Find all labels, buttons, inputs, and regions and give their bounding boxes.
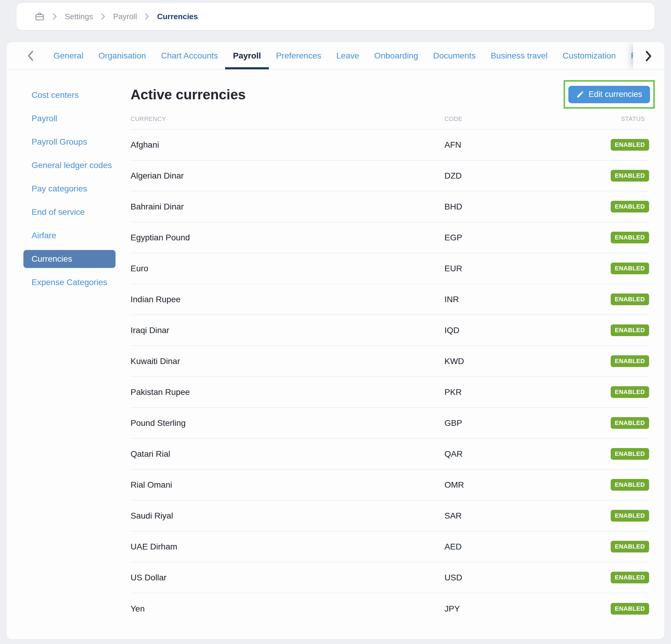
status-badge: ENABLED (611, 603, 649, 615)
code-cell: OMR (444, 480, 595, 490)
table-row: UAE Dirham AED ENABLED (130, 531, 649, 563)
pencil-icon (576, 90, 584, 98)
status-cell: ENABLED (595, 541, 649, 553)
sidebar-item-general-ledger-codes[interactable]: General ledger codes (7, 154, 122, 177)
status-cell: ENABLED (595, 448, 649, 460)
code-cell: GBP (444, 418, 595, 428)
status-cell: ENABLED (595, 293, 649, 305)
currency-cell: Afghani (130, 140, 444, 150)
tab-preferences[interactable]: Preferences (276, 42, 321, 69)
status-badge: ENABLED (611, 170, 649, 181)
status-cell: ENABLED (595, 325, 649, 336)
sidebar-item-end-of-service[interactable]: End of service (7, 201, 122, 224)
table-row: Yen JPY ENABLED (130, 593, 649, 624)
currency-cell: Qatari Rial (130, 449, 444, 459)
currency-cell: Rial Omani (130, 480, 444, 490)
currency-cell: UAE Dirham (130, 542, 444, 552)
breadcrumb-item-payroll[interactable]: Payroll (113, 12, 137, 21)
tab-general[interactable]: General (53, 42, 84, 69)
status-badge: ENABLED (611, 541, 649, 553)
status-cell: ENABLED (595, 355, 649, 367)
table-row: Kuwaiti Dinar KWD ENABLED (130, 346, 649, 377)
sidebar-item-currencies[interactable]: Currencies (23, 250, 115, 268)
table-row: Algerian Dinar DZD ENABLED (130, 161, 649, 191)
tab-leave[interactable]: Leave (337, 42, 359, 69)
table-header: CURRENCY CODE STATUS (130, 115, 649, 130)
tab-label: Leave (337, 51, 359, 61)
status-badge: ENABLED (611, 386, 649, 398)
status-badge: ENABLED (611, 325, 649, 336)
tab-payroll[interactable]: Payroll (233, 42, 261, 69)
status-badge: ENABLED (611, 417, 649, 429)
sidebar-item-cost-centers[interactable]: Cost centers (7, 84, 122, 107)
settings-panel: General Organisation Chart Accounts Payr… (7, 42, 664, 639)
chevron-right-icon (52, 13, 57, 20)
tabs-scroll-left-button[interactable] (26, 42, 34, 69)
tab-label: Onboarding (374, 51, 418, 61)
status-badge: ENABLED (611, 355, 649, 367)
table-row: Iraqi Dinar IQD ENABLED (130, 315, 649, 346)
settings-body: Cost centers Payroll Payroll Groups Gene… (7, 70, 664, 639)
tab-chart-accounts[interactable]: Chart Accounts (161, 42, 218, 69)
code-cell: QAR (444, 449, 595, 459)
tab-customization[interactable]: Customization (563, 42, 616, 69)
code-cell: DZD (444, 171, 595, 181)
tabs-scroll-right-button[interactable] (633, 42, 664, 70)
sidebar-item-expense-categories[interactable]: Expense Categories (7, 271, 122, 294)
status-cell: ENABLED (595, 572, 649, 583)
currency-cell: Iraqi Dinar (130, 326, 444, 335)
tab-organisation[interactable]: Organisation (99, 42, 146, 69)
code-cell: PKR (444, 388, 595, 397)
table-row: Egyptian Pound EGP ENABLED (130, 222, 649, 253)
sidebar-item-pay-categories[interactable]: Pay categories (7, 177, 122, 201)
sidebar-item-label: Cost centers (31, 90, 79, 100)
breadcrumb-item-currencies: Currencies (157, 12, 198, 21)
currency-table: Afghani AFN ENABLED Algerian Dinar DZD E… (130, 130, 649, 624)
table-row: Pound Sterling GBP ENABLED (130, 408, 649, 439)
currency-cell: Pakistan Rupee (130, 388, 444, 397)
sidebar-item-payroll[interactable]: Payroll (7, 107, 122, 130)
currency-cell: Indian Rupee (130, 295, 444, 304)
tab-label: Business travel (491, 51, 548, 61)
code-cell: IQD (444, 326, 595, 335)
column-header-code: CODE (444, 115, 595, 123)
status-cell: ENABLED (595, 232, 649, 243)
tab-documents[interactable]: Documents (433, 42, 476, 69)
code-cell: USD (444, 573, 595, 582)
status-cell: ENABLED (595, 603, 649, 615)
table-row: Saudi Riyal SAR ENABLED (130, 501, 649, 531)
sidebar-item-airfare[interactable]: Airfare (7, 224, 122, 247)
edit-currencies-button[interactable]: Edit currencies (568, 86, 650, 103)
tab-label: Customization (563, 51, 616, 61)
table-row: Pakistan Rupee PKR ENABLED (130, 377, 649, 408)
chevron-right-icon (101, 13, 105, 20)
code-cell: AFN (444, 140, 595, 150)
currencies-content: Active currencies Edit currencies CURREN… (122, 70, 664, 639)
sidebar-item-payroll-groups[interactable]: Payroll Groups (7, 130, 122, 154)
column-header-currency: CURRENCY (130, 115, 444, 123)
briefcase-icon[interactable] (35, 11, 45, 22)
status-cell: ENABLED (595, 417, 649, 429)
breadcrumb-item-settings[interactable]: Settings (65, 12, 93, 21)
tab-onboarding[interactable]: Onboarding (374, 42, 418, 69)
code-cell: JPY (444, 604, 595, 614)
sidebar-item-label: Currencies (31, 254, 72, 264)
status-badge: ENABLED (611, 139, 649, 151)
status-cell: ENABLED (595, 386, 649, 398)
currency-cell: Kuwaiti Dinar (130, 356, 444, 366)
currency-cell: Bahraini Dinar (130, 202, 444, 212)
code-cell: AED (444, 542, 595, 552)
tab-label: General (53, 51, 84, 61)
sidebar-item-label: Airfare (31, 231, 56, 240)
sidebar-item-label: General ledger codes (31, 161, 112, 170)
tab-business-travel[interactable]: Business travel (491, 42, 548, 69)
code-cell: INR (444, 295, 595, 304)
table-row: Indian Rupee INR ENABLED (130, 284, 649, 315)
table-row: Euro EUR ENABLED (130, 253, 649, 284)
column-header-status: STATUS (595, 115, 649, 123)
status-cell: ENABLED (595, 201, 649, 213)
currency-cell: Yen (130, 604, 444, 614)
currency-cell: US Dollar (130, 573, 444, 582)
table-row: Rial Omani OMR ENABLED (130, 470, 649, 501)
code-cell: KWD (444, 356, 595, 366)
